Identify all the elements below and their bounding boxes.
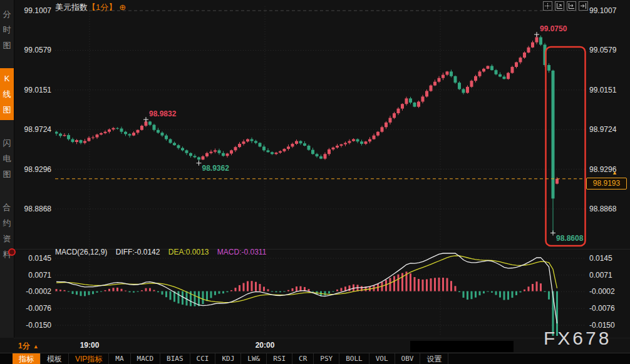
candle-body: [438, 78, 441, 82]
macd-bar: [455, 286, 457, 291]
macd-bar: [430, 278, 432, 291]
macd-bar: [442, 278, 444, 291]
candle-body: [205, 153, 209, 156]
candle-body: [507, 73, 510, 79]
redacted-region: [410, 341, 514, 352]
candle-body: [67, 135, 70, 139]
toolbar-tab[interactable]: CCI: [190, 353, 216, 364]
candle-body: [59, 134, 62, 136]
candle-body: [238, 144, 241, 147]
toolbar-tab[interactable]: 设置: [420, 353, 448, 364]
macd-bar: [287, 290, 289, 291]
macd-bar: [398, 275, 400, 291]
axis-label: 99.1007: [18, 6, 51, 15]
main-chart-svg[interactable]: 98.983298.936299.075098.8608: [0, 0, 630, 364]
candle-body: [503, 77, 506, 79]
toolbar-tab[interactable]: BIAS: [160, 353, 190, 364]
macd-bar: [72, 291, 74, 294]
macd-bar: [447, 278, 448, 291]
axis-label: 99.0151: [18, 86, 51, 94]
candle-body: [393, 113, 396, 118]
candle-body: [344, 143, 347, 144]
candle-body: [254, 141, 257, 143]
axis-label: 98.8868: [589, 205, 616, 213]
toolbar-tab[interactable]: MACD: [131, 353, 161, 364]
candle-body: [324, 154, 327, 158]
candle-body: [482, 69, 485, 71]
toolbar-tab[interactable]: CR: [292, 353, 314, 364]
macd-bar: [255, 282, 257, 291]
axis-label: -0.0076: [589, 304, 615, 313]
toolbar-tab[interactable]: VIP指标: [69, 353, 109, 364]
macd-diff-value: DIFF:-0.0142: [116, 248, 160, 256]
macd-bar: [463, 291, 465, 298]
interval-selector[interactable]: 1分▲: [18, 341, 39, 351]
macd-bar: [210, 291, 212, 298]
macd-bar: [121, 289, 123, 291]
candle-body: [397, 109, 400, 113]
macd-bar: [410, 273, 411, 291]
candle-body: [169, 139, 172, 143]
candle-body: [368, 139, 371, 142]
diff-line: [56, 253, 557, 323]
macd-bar: [544, 291, 546, 292]
macd-bar: [414, 277, 416, 291]
candle-body: [140, 126, 143, 130]
macd-bar: [105, 290, 106, 291]
toolbar-tab[interactable]: 模板: [41, 353, 69, 364]
candle-body: [539, 38, 542, 45]
candle-body: [474, 76, 477, 81]
candle-body: [234, 147, 237, 150]
toolbar-tab[interactable]: KDJ: [215, 353, 241, 364]
macd-bar: [137, 291, 139, 292]
macd-bar: [108, 289, 110, 291]
extreme-cross-icon: [143, 117, 148, 122]
candle-body: [527, 48, 530, 53]
toolbar-tab[interactable]: MA: [109, 353, 130, 364]
macd-bar: [422, 280, 424, 291]
macd-bar: [227, 291, 229, 293]
macd-bar: [475, 291, 477, 298]
macd-bar: [133, 291, 135, 293]
price-marker-label: 99.0750: [540, 24, 567, 33]
macd-bar: [401, 273, 403, 291]
candle-body: [356, 139, 359, 142]
macd-bar: [520, 291, 522, 293]
toolbar-tab[interactable]: RSI: [267, 353, 292, 364]
candle-body: [246, 139, 249, 142]
macd-bar: [385, 280, 387, 291]
candle-body: [230, 150, 233, 153]
macd-bar: [59, 290, 61, 291]
macd-bar: [540, 283, 542, 291]
candle-body: [173, 143, 176, 145]
axis-label: 0.0071: [589, 271, 612, 280]
candle-body: [425, 91, 428, 96]
toolbar-tab[interactable]: BOLL: [339, 353, 369, 364]
macd-bar: [308, 289, 310, 291]
axis-label: 98.9724: [589, 125, 616, 134]
candle-body: [161, 133, 164, 135]
macd-bar: [471, 291, 473, 300]
candle-body: [454, 76, 457, 83]
macd-bar: [141, 290, 143, 291]
macd-bar: [450, 281, 452, 291]
indicator-alert-dot-icon[interactable]: [8, 248, 16, 256]
macd-bar: [243, 283, 245, 291]
candle-body: [446, 71, 449, 74]
macd-macd-value: MACD:-0.0311: [217, 248, 266, 256]
candle-body: [487, 66, 490, 68]
toolbar-tab[interactable]: 指标: [13, 353, 41, 364]
toolbar-tab[interactable]: OBV: [395, 353, 421, 364]
candle-body: [552, 71, 555, 199]
macd-bar: [499, 291, 501, 298]
macd-bar: [162, 291, 163, 295]
toolbar-tab[interactable]: LW&: [241, 353, 267, 364]
axis-label: 99.0579: [18, 46, 51, 54]
candle-body: [283, 149, 286, 151]
candle-body: [185, 150, 188, 153]
toolbar-tab[interactable]: VOL: [369, 353, 395, 364]
axis-label: 99.0151: [589, 86, 616, 94]
candle-body: [336, 146, 339, 148]
toolbar-tab[interactable]: PSY: [314, 353, 339, 364]
macd-header: MACD(26,12,9) DIFF:-0.0142 DEA:0.0013 MA…: [55, 248, 272, 256]
